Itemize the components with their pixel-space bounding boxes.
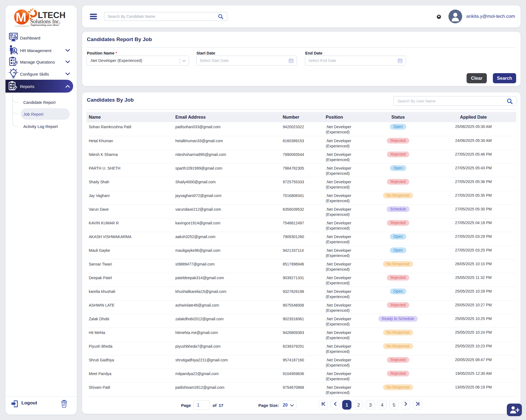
svg-text:M: M [16,10,26,24]
svg-text:Implementing your ideas!: Implementing your ideas! [30,24,59,26]
